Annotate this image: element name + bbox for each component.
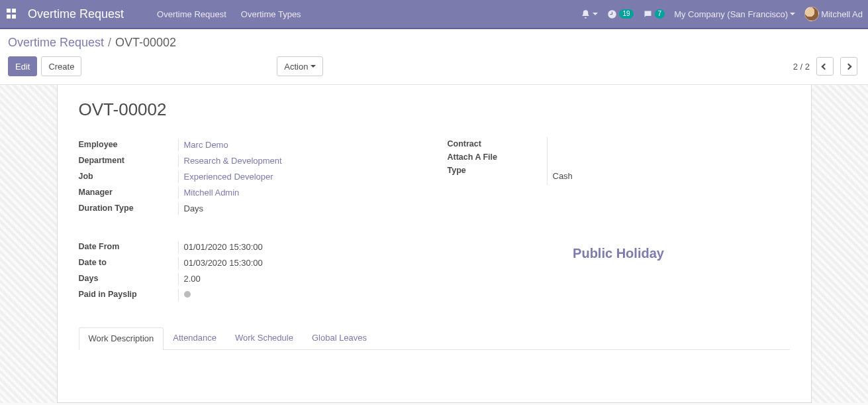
value-date-to: 01/03/2020 15:30:00: [178, 257, 421, 269]
public-holiday-heading: Public Holiday: [448, 246, 790, 261]
breadcrumb-sep: /: [108, 36, 111, 50]
notebook-tabs: Work Description Attendance Work Schedul…: [79, 327, 790, 350]
discuss-icon[interactable]: 7: [643, 9, 665, 19]
app-title[interactable]: Overtime Request: [28, 7, 124, 21]
label-type: Type: [448, 166, 466, 175]
top-menu: Overtime Request Overtime Types: [157, 9, 301, 19]
tab-attendance[interactable]: Attendance: [164, 327, 226, 350]
value-contract: [553, 139, 790, 151]
breadcrumb-root[interactable]: Overtime Request: [8, 36, 104, 50]
create-button[interactable]: Create: [41, 56, 81, 76]
systray: 19 7 My Company (San Francisco) Mitchell…: [581, 7, 863, 21]
label-duration-type: Duration Type: [79, 203, 178, 213]
apps-icon[interactable]: [7, 9, 17, 19]
value-job[interactable]: Experienced Developer: [178, 171, 421, 183]
chevron-down-icon: [593, 13, 598, 15]
company-switcher[interactable]: My Company (San Francisco): [674, 9, 795, 19]
tab-work-description[interactable]: Work Description: [79, 327, 164, 350]
label-department: Department: [79, 155, 178, 165]
breadcrumb: Overtime Request / OVT-00002: [8, 36, 857, 50]
action-label: Action: [284, 62, 308, 72]
chevron-right-icon: [845, 63, 852, 70]
pager-prev[interactable]: [816, 57, 834, 76]
group-row-1: EmployeeMarc Demo DepartmentResearch & D…: [79, 137, 790, 217]
label-attach-file: Attach A File: [448, 152, 497, 162]
label-employee: Employee: [79, 139, 178, 149]
user-name: Mitchell Ad: [821, 9, 863, 19]
chevron-left-icon: [822, 63, 828, 70]
form-sheet: OVT-00002 EmployeeMarc Demo DepartmentRe…: [57, 85, 812, 403]
user-menu[interactable]: Mitchell Ad: [804, 7, 863, 21]
activity-timer[interactable]: 19: [607, 9, 633, 19]
label-date-to: Date to: [79, 257, 178, 267]
menu-overtime-types[interactable]: Overtime Types: [241, 9, 301, 19]
company-name: My Company (San Francisco): [674, 9, 788, 19]
value-attach-file: [553, 155, 790, 167]
value-duration-type: Days: [178, 203, 421, 215]
value-employee[interactable]: Marc Demo: [178, 139, 421, 151]
tab-work-schedule[interactable]: Work Schedule: [226, 327, 303, 350]
notifications-icon[interactable]: [581, 9, 598, 19]
control-panel: Overtime Request / OVT-00002 Edit Create…: [0, 29, 868, 85]
top-navbar: Overtime Request Overtime Request Overti…: [0, 0, 868, 28]
value-date-from: 01/01/2020 15:30:00: [178, 241, 421, 253]
value-days: 2.00: [178, 273, 421, 285]
label-manager: Manager: [79, 187, 178, 197]
chat-icon: [643, 9, 653, 19]
value-department[interactable]: Research & Development: [178, 155, 421, 167]
group-row-2: Date From01/01/2020 15:30:00 Date to01/0…: [79, 239, 790, 303]
avatar: [804, 7, 819, 21]
activity-badge: 19: [619, 9, 633, 19]
action-dropdown[interactable]: Action: [277, 56, 323, 76]
label-contract: Contract: [448, 139, 481, 148]
chevron-down-icon: [311, 65, 316, 68]
clock-icon: [607, 9, 617, 19]
breadcrumb-current: OVT-00002: [115, 36, 176, 50]
boolean-toggle-off[interactable]: [184, 291, 191, 298]
form-view-bg: OVT-00002 EmployeeMarc Demo DepartmentRe…: [0, 85, 868, 403]
value-manager[interactable]: Mitchell Admin: [178, 187, 421, 199]
label-job: Job: [79, 171, 178, 181]
pager-text: 2 / 2: [793, 62, 810, 72]
menu-overtime-request[interactable]: Overtime Request: [157, 9, 226, 19]
edit-button[interactable]: Edit: [8, 56, 37, 76]
record-title: OVT-00002: [79, 99, 790, 120]
pager: 2 / 2: [793, 57, 857, 76]
value-type: Cash: [553, 171, 790, 183]
group-left-2: Date From01/01/2020 15:30:00 Date to01/0…: [79, 239, 448, 303]
label-days: Days: [79, 273, 178, 283]
chevron-down-icon: [790, 13, 795, 15]
bell-icon: [581, 9, 591, 19]
label-paid-in-payslip: Paid in Payslip: [79, 289, 178, 299]
group-left-1: EmployeeMarc Demo DepartmentResearch & D…: [79, 137, 448, 217]
pager-next[interactable]: [840, 57, 857, 76]
discuss-badge: 7: [655, 9, 665, 19]
tab-global-leaves[interactable]: Global Leaves: [303, 327, 376, 350]
label-date-from: Date From: [79, 241, 178, 251]
group-right-1: Contract Attach A File Type Cash: [448, 137, 790, 217]
value-paid-in-payslip: [178, 289, 421, 301]
group-right-2: Public Holiday: [448, 239, 790, 303]
